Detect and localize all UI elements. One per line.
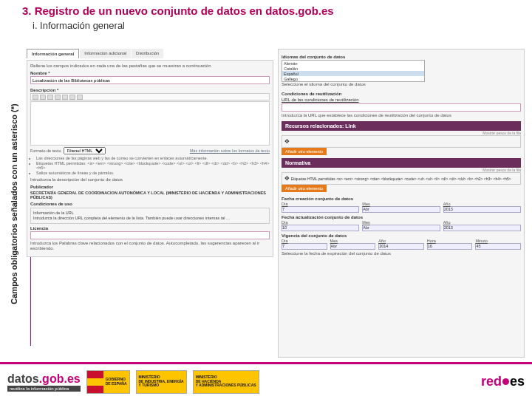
nombre-input[interactable] <box>30 76 270 84</box>
cond-url-input[interactable] <box>282 103 521 112</box>
fecha-creacion-label: Fecha creación conjunto de datos <box>282 197 521 201</box>
mes-select[interactable]: Abr <box>330 243 376 250</box>
format-select[interactable]: Filtered HTML <box>64 147 106 154</box>
quote-icon[interactable] <box>69 95 75 100</box>
idiomas-label: Idiomas del conjunto de datos <box>282 55 521 59</box>
publicador-value: SECRETARÍA GENERAL DE COORDINACION AUTON… <box>30 191 270 200</box>
fecha-actualizacion-label: Fecha actualización conjunto de datos <box>282 215 521 219</box>
image-icon[interactable] <box>62 95 68 100</box>
recursos-body: ✥ <box>282 135 521 148</box>
italic-icon[interactable] <box>40 95 46 100</box>
idiomas-hint: Seleccione el idioma del conjunto de dat… <box>282 82 521 87</box>
format-tips: Las direcciones de las páginas web y las… <box>30 156 270 175</box>
condiciones-label: Condiciones de uso <box>30 202 270 206</box>
right-panel: Idiomas del conjunto de datos Alemán Cat… <box>278 49 525 358</box>
descripcion-label: Descripción * <box>30 88 270 92</box>
format-label: Formato de texto <box>30 149 61 153</box>
form-hint: Rellene los campos indicados en cada una… <box>30 64 270 69</box>
bold-icon[interactable] <box>33 95 38 100</box>
link-icon[interactable] <box>55 95 61 100</box>
format-more-link[interactable]: Más información sobre los formatos de te… <box>190 149 270 153</box>
nombre-label: Nombre * <box>30 71 270 75</box>
page-title: 3. Registro de un nuevo conjunto de dato… <box>0 0 532 18</box>
page-subtitle: i. Información general <box>0 18 532 35</box>
drag-icon[interactable]: ✥ <box>284 175 290 182</box>
cond-reuse-label: Condiciones de reutilización <box>282 92 521 96</box>
editor-toolbar[interactable] <box>30 93 270 100</box>
mes-label: Mes <box>362 202 369 206</box>
dia-select[interactable]: 10 <box>282 225 359 231</box>
tab-info-general[interactable]: Información general <box>27 49 79 58</box>
tabs: Información general Información adiciona… <box>27 49 273 58</box>
anio-label: Año <box>443 202 451 206</box>
vigencia-label: Vigencia del conjunto de datos <box>282 233 521 238</box>
anio-select[interactable]: 2014 <box>378 243 424 250</box>
anio-select[interactable]: 2013 <box>443 225 521 231</box>
normativa-text: Etiquetas HTML permitidas <a> <em> <stro… <box>291 177 511 181</box>
mes-select[interactable]: Abr <box>362 225 440 231</box>
tab-info-adicional[interactable]: Información adicional <box>80 49 131 58</box>
ministerio-industria-logo: MINISTERIODE INDUSTRIA, ENERGÍAY TURISMO <box>136 370 187 394</box>
add-recurso-button[interactable]: Añadir otro elemento <box>282 148 327 155</box>
cond-url-hint: Introduzca la URL que establece las cond… <box>282 113 521 118</box>
gobierno-logo: GOBIERNODE ESPAÑA <box>86 370 130 394</box>
datos-gob-logo: datos.gob.es reutiliza la información pú… <box>7 372 81 392</box>
licencia-hint: Introduzca los Palabras clave relacionad… <box>30 241 270 251</box>
descripcion-textarea[interactable] <box>30 101 270 146</box>
add-normativa-button[interactable]: Añadir otro elemento <box>282 185 327 192</box>
list-icon[interactable] <box>47 95 53 100</box>
red-es-logo: redes <box>481 374 525 389</box>
url-box: Información de la URL Introduzca la dire… <box>30 208 270 224</box>
cond-url-label: URL de las condiciones de reutilización <box>282 98 521 102</box>
sidebar-note: Campos obligatorios señalados con un ast… <box>3 52 18 355</box>
idiomas-select[interactable]: Alemán Catalán Español Gallego <box>282 60 425 82</box>
min-select[interactable]: 45 <box>475 243 521 250</box>
dia-select[interactable]: 7 <box>282 206 359 213</box>
vigencia-hint: Seleccione la fecha de expiración del co… <box>282 251 521 256</box>
descripcion-hint: Introduzca la descripción del conjunto d… <box>30 177 270 183</box>
recursos-header: Recursos relacionados: Link <box>282 121 521 131</box>
normativa-body: ✥ Etiquetas HTML permitidas <a> <em> <st… <box>282 172 521 185</box>
hora-select[interactable]: 16 <box>427 243 473 250</box>
fecha-actualizacion-row: Día10 MesAbr Año2013 <box>282 220 521 231</box>
form-panel: Rellene los campos indicados en cada una… <box>27 60 273 257</box>
licencia-label: Licencia <box>30 226 270 231</box>
anio-select[interactable]: 2013 <box>443 206 521 213</box>
mes-select[interactable]: Abr <box>362 206 440 213</box>
licencia-input[interactable] <box>30 231 270 239</box>
drag-icon[interactable]: ✥ <box>284 138 290 145</box>
dia-select[interactable]: 7 <box>282 243 327 250</box>
dia-label: Día <box>282 202 288 206</box>
code-icon[interactable] <box>77 95 83 100</box>
normativa-header: Normativa <box>282 158 521 168</box>
right-column: Idiomas del conjunto de datos Alemán Cat… <box>278 49 525 358</box>
left-column: Información general Información adiciona… <box>27 49 273 358</box>
fecha-creacion-row: Día7 MesAbr Año2013 <box>282 202 521 213</box>
footer: datos.gob.es reutiliza la información pú… <box>0 362 532 399</box>
vigencia-row: Día7 MesAbr Año2014 Hora16 Minuto45 <box>282 239 521 250</box>
ministerio-hacienda-logo: MINISTERIODE HACIENDAY ADMINISTRACIONES … <box>193 370 259 394</box>
publicador-label: Publicador <box>30 185 270 189</box>
tab-distribucion[interactable]: Distribución <box>132 49 163 58</box>
